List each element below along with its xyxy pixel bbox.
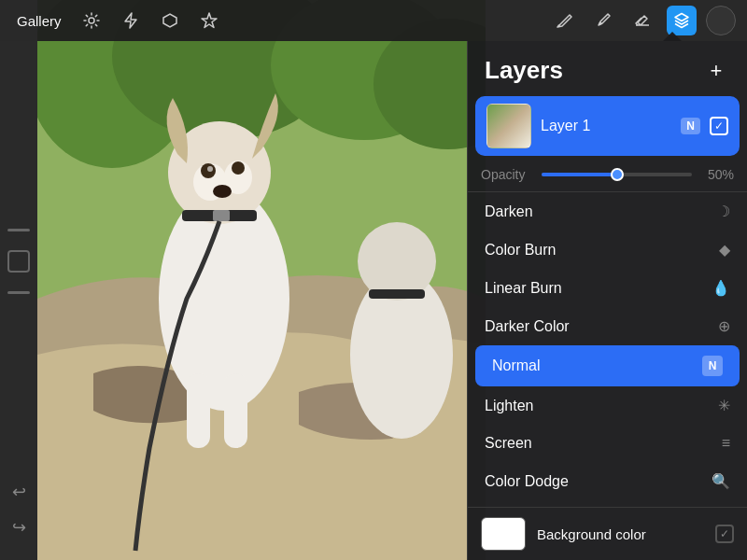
blend-mode-screen[interactable]: Screen ≡	[468, 425, 747, 462]
blend-mode-color-dodge[interactable]: Color Dodge 🔍	[468, 462, 747, 500]
layer-1-thumbnail	[486, 104, 531, 148]
blend-normal-icon: N	[702, 356, 723, 376]
svg-point-1	[599, 22, 602, 25]
layer-1-name: Layer 1	[541, 118, 671, 134]
slider-control-2[interactable]	[7, 291, 30, 294]
svg-point-14	[213, 185, 232, 198]
blend-mode-color-burn[interactable]: Color Burn ◆	[468, 231, 747, 269]
top-toolbar: Gallery	[0, 0, 747, 41]
background-color-row: Background color ✓	[468, 507, 747, 560]
layers-panel: Layers + Layer 1 N ✓ Opacity 50% Darken …	[467, 41, 747, 560]
opacity-slider-thumb[interactable]	[611, 168, 624, 181]
blend-normal-label: Normal	[492, 357, 541, 374]
redo-button[interactable]: ↪	[12, 517, 26, 538]
blend-color-dodge-icon: 🔍	[712, 472, 730, 490]
toolbar-left: Gallery	[11, 6, 224, 35]
blend-mode-list: Darken ☽ Color Burn ◆ Linear Burn 💧 Dark…	[468, 192, 747, 507]
blend-screen-label: Screen	[485, 435, 532, 452]
panel-caret	[663, 32, 682, 41]
transform-icon[interactable]	[155, 6, 185, 35]
blend-darker-color-label: Darker Color	[485, 318, 570, 335]
opacity-slider[interactable]	[542, 173, 692, 176]
svg-point-12	[232, 161, 245, 175]
undo-button[interactable]: ↩	[12, 482, 26, 502]
slider-control-1[interactable]	[7, 229, 30, 231]
pencil-tool-icon[interactable]	[549, 6, 579, 35]
gallery-button[interactable]: Gallery	[11, 9, 67, 33]
blend-lighten-icon: ✳	[718, 397, 730, 414]
settings-icon[interactable]	[77, 6, 106, 35]
blend-mode-lighten[interactable]: Lighten ✳	[468, 386, 747, 425]
blend-mode-darker-color[interactable]: Darker Color ⊕	[468, 307, 747, 345]
blend-mode-add[interactable]: Add +	[468, 500, 747, 507]
svg-point-13	[207, 166, 213, 172]
svg-rect-16	[213, 210, 230, 221]
layer-1-badge: N	[681, 118, 700, 134]
opacity-row: Opacity 50%	[468, 161, 747, 192]
layer-1-item[interactable]: Layer 1 N ✓	[475, 96, 740, 156]
blend-linear-burn-icon: 💧	[712, 279, 730, 297]
layer-1-checkbox[interactable]: ✓	[710, 117, 728, 135]
blend-color-burn-label: Color Burn	[485, 242, 556, 259]
user-avatar[interactable]	[706, 6, 736, 35]
brush-size-indicator[interactable]	[7, 250, 30, 273]
blend-darken-label: Darken	[485, 203, 533, 220]
lightning-icon[interactable]	[116, 6, 146, 35]
left-sidebar: ↩ ↪	[0, 41, 37, 560]
blend-color-dodge-label: Color Dodge	[485, 473, 569, 490]
background-color-swatch[interactable]	[481, 517, 526, 551]
opacity-label: Opacity	[481, 167, 532, 182]
background-color-label: Background color	[537, 526, 704, 542]
navigate-icon[interactable]	[194, 6, 224, 35]
svg-point-20	[358, 222, 436, 301]
blend-lighten-label: Lighten	[485, 398, 534, 414]
pen-tool-icon[interactable]	[588, 6, 618, 35]
svg-point-0	[89, 18, 94, 23]
background-color-checkbox[interactable]: ✓	[715, 525, 734, 543]
toolbar-right	[549, 6, 736, 35]
blend-darken-icon: ☽	[717, 203, 730, 220]
svg-rect-17	[187, 373, 210, 448]
blend-mode-linear-burn[interactable]: Linear Burn 💧	[468, 269, 747, 307]
layers-panel-title: Layers	[485, 56, 563, 85]
blend-darker-color-icon: ⊕	[718, 317, 730, 335]
opacity-slider-fill	[542, 173, 617, 176]
svg-rect-18	[224, 373, 247, 448]
svg-rect-21	[369, 289, 425, 299]
add-layer-button[interactable]: +	[702, 57, 730, 85]
eraser-tool-icon[interactable]	[627, 6, 657, 35]
blend-screen-icon: ≡	[722, 435, 730, 452]
blend-mode-normal[interactable]: Normal N	[475, 345, 740, 386]
blend-color-burn-icon: ◆	[719, 241, 730, 259]
layers-header: Layers +	[468, 41, 747, 96]
blend-mode-darken[interactable]: Darken ☽	[468, 192, 747, 231]
blend-linear-burn-label: Linear Burn	[485, 280, 562, 297]
opacity-value: 50%	[701, 167, 734, 182]
